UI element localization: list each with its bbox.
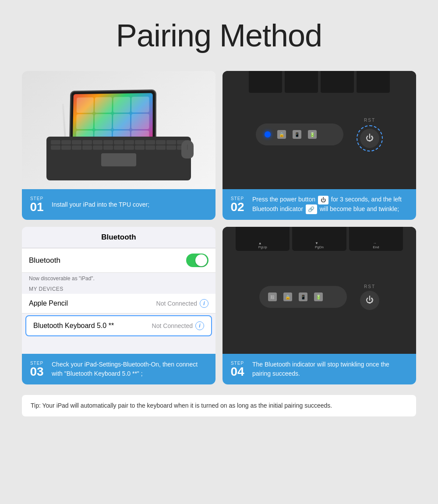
step-02-label: STEP 02 Press the power button ⏻ for 3 s… bbox=[223, 189, 416, 220]
tablet-icon: 📱 bbox=[293, 130, 301, 139]
bluetooth-indicator-light bbox=[265, 131, 271, 137]
toggle-thumb bbox=[195, 254, 207, 266]
apple-pencil-info-icon[interactable]: i bbox=[200, 299, 208, 308]
bluetooth-toggle-row: Bluetooth bbox=[22, 248, 215, 273]
power-button-area: RST ⏻ bbox=[357, 118, 383, 152]
step-03-card: Bluetooth Bluetooth Now discoverable as … bbox=[22, 227, 215, 384]
bluetooth-toggle-label: Bluetooth bbox=[29, 256, 60, 265]
apple-pencil-device-row: Apple Pencil Not Connected i bbox=[22, 294, 215, 314]
bt-indicator-bar: 🔒 📱 🔋 bbox=[256, 123, 343, 145]
step-02-image: 🔒 📱 🔋 RST ⏻ bbox=[223, 71, 416, 189]
tablet-icon-bar: 📱 bbox=[299, 293, 307, 301]
pgup-key: ▲PgUp bbox=[236, 227, 290, 251]
end-key: →End bbox=[349, 227, 403, 251]
step-04-text: The Bluetooth indicator will stop twinkl… bbox=[252, 360, 409, 378]
power-button-2: ⏻ bbox=[360, 291, 379, 310]
step-04-card: ▲PgUp ▼PgDn →End ⛓ 🔒 📱 🔋 RST bbox=[223, 227, 416, 384]
step-02-number: STEP 02 bbox=[227, 196, 248, 213]
apple-pencil-status-text: Not Connected bbox=[156, 300, 197, 307]
tip-text: Tip: Your iPad will automatically pair t… bbox=[31, 402, 332, 409]
battery-icon: 🔋 bbox=[308, 130, 317, 139]
lock-icon: 🔒 bbox=[277, 130, 286, 139]
power-button-highlight: ⏻ bbox=[357, 125, 383, 152]
step-03-number: STEP 03 bbox=[26, 361, 47, 378]
apple-pencil-status: Not Connected i bbox=[156, 299, 208, 308]
step-03-label: STEP 03 Check your iPad-Settings-Bluetoo… bbox=[22, 354, 215, 384]
keyboard-closeup-2: ▲PgUp ▼PgDn →End ⛓ 🔒 📱 🔋 RST bbox=[223, 227, 416, 354]
rst-label: RST bbox=[364, 118, 375, 123]
step-03-text: Check your iPad-Settings-Bluetooth-On, t… bbox=[52, 360, 208, 378]
kb-top-keys bbox=[223, 71, 416, 93]
ipad-scene bbox=[22, 71, 215, 189]
steps-grid: STEP 01 Install your iPad into the TPU c… bbox=[22, 71, 416, 384]
bt-keyboard-status: Not Connected i bbox=[152, 321, 204, 330]
power-icon-inline: ⏻ bbox=[318, 196, 328, 204]
kb-middle-1: 🔒 📱 🔋 RST ⏻ bbox=[256, 118, 383, 152]
tip-box: Tip: Your iPad will automatically pair t… bbox=[22, 395, 416, 416]
power-area-2: RST ⏻ bbox=[360, 284, 379, 310]
pgdn-key: ▼PgDn bbox=[292, 227, 346, 251]
keyboard-closeup-1: 🔒 📱 🔋 RST ⏻ bbox=[223, 71, 416, 189]
step-01-card: STEP 01 Install your iPad into the TPU c… bbox=[22, 71, 215, 220]
bt-keyboard-device-row: Bluetooth Keyboard 5.0 ** Not Connected … bbox=[25, 315, 212, 336]
bluetooth-toggle[interactable] bbox=[186, 254, 208, 267]
battery-icon-bar: 🔋 bbox=[314, 293, 323, 301]
step-01-label: STEP 01 Install your iPad into the TPU c… bbox=[22, 189, 215, 220]
step-04-label: STEP 04 The Bluetooth indicator will sto… bbox=[223, 354, 416, 384]
step-04-number: STEP 04 bbox=[227, 361, 248, 378]
bt-keyboard-status-text: Not Connected bbox=[152, 322, 193, 329]
kb-middle-2: ⛓ 🔒 📱 🔋 RST ⏻ bbox=[259, 284, 379, 310]
page-title: Pairing Method bbox=[116, 18, 322, 53]
step-01-number: STEP 01 bbox=[26, 196, 47, 213]
bt-keyboard-info-icon[interactable]: i bbox=[195, 321, 204, 330]
bt-indicator-bar-2: ⛓ 🔒 📱 🔋 bbox=[259, 286, 347, 308]
rst-label-2: RST bbox=[364, 284, 375, 289]
step-02-card: 🔒 📱 🔋 RST ⏻ STEP 02 bbox=[223, 71, 416, 220]
link-icon-bar: ⛓ bbox=[268, 293, 277, 301]
bluetooth-discoverable-text: Now discoverable as "iPad". bbox=[22, 273, 215, 283]
power-button: ⏻ bbox=[360, 129, 379, 148]
link-icon-inline: 🔗 bbox=[306, 204, 317, 214]
kb-top-keys-2: ▲PgUp ▼PgDn →End bbox=[223, 227, 416, 251]
step-02-text: Press the power button ⏻ for 3 seconds, … bbox=[252, 195, 409, 214]
bluetooth-panel-title: Bluetooth bbox=[22, 227, 215, 248]
apple-pencil-name: Apple Pencil bbox=[29, 300, 68, 307]
step-04-image: ▲PgUp ▼PgDn →End ⛓ 🔒 📱 🔋 RST bbox=[223, 227, 416, 354]
bluetooth-settings-panel: Bluetooth Bluetooth Now discoverable as … bbox=[22, 227, 215, 354]
bt-keyboard-name: Bluetooth Keyboard 5.0 ** bbox=[33, 322, 114, 330]
step-01-image bbox=[22, 71, 215, 189]
bluetooth-settings-body: Bluetooth Now discoverable as "iPad". MY… bbox=[22, 248, 215, 354]
lock-icon-bar: 🔒 bbox=[283, 293, 292, 301]
step-01-text: Install your iPad into the TPU cover; bbox=[52, 200, 149, 209]
bluetooth-section-header: MY DEVICES bbox=[22, 283, 215, 294]
